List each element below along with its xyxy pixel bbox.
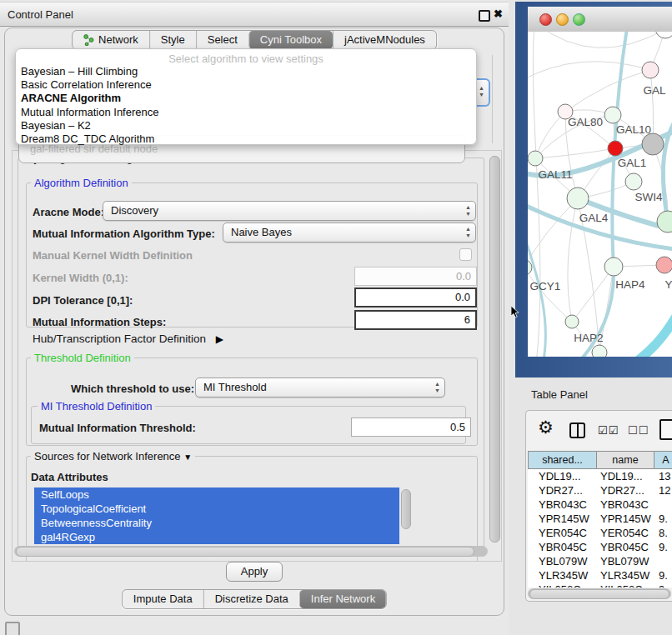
dock-panel-icon[interactable] [5,622,20,635]
column-header[interactable]: shared... [528,451,597,469]
node-label: Y [664,278,672,291]
table-cell: YBR045C [528,540,595,554]
settings-vertical-scrollbar[interactable] [489,156,500,542]
attribute-list-item[interactable]: TopologicalCoefficient [34,502,399,516]
tab-jactivemnodules[interactable]: jActiveMNodules [333,31,436,49]
network-node[interactable] [642,133,664,155]
control-panel: Control Panel ✖ NetworkStyleSelectCyni T… [0,0,509,635]
table-row[interactable]: YIL052CYIL052C9 [528,582,672,588]
network-canvas[interactable]: GALGAL80GAL10GAL1GAL11SWI4GAL4GCY1HAP4YH… [528,32,672,357]
dropdown-item[interactable]: Basic Correlation Inference [16,78,476,92]
mi-steps-field[interactable]: 6 [354,310,477,330]
file-icon[interactable] [659,419,672,440]
table-cell: 12 [652,483,672,498]
kernel-width-label: Kernel Width (0,1): [33,272,128,284]
network-node-swi4[interactable] [625,173,642,190]
table-cell: YBR045C [595,540,652,554]
table-cell: YER054C [528,526,595,540]
network-node-y[interactable] [656,257,672,273]
algorithm-dropdown-popup: Select algorithm to view settings Bayesi… [15,48,477,145]
node-label: GAL [643,84,666,97]
table-row[interactable]: YLR345WYLR345W9. [528,568,672,582]
tab-discretize-data[interactable]: Discretize Data [203,590,299,608]
table-cell: YBR043C [595,498,652,512]
algorithm-combo-stepper[interactable]: ▲▼ [476,78,490,107]
network-node[interactable] [657,211,672,232]
table-row[interactable]: YDR27...YDR27...12 [528,483,672,498]
attribute-list-item[interactable]: BetweennessCentrality [34,516,399,530]
dropdown-item[interactable]: Mutual Information Inference [16,106,476,119]
manual-kernel-checkbox[interactable] [459,248,472,261]
network-node-gal10[interactable] [604,107,621,123]
split-columns-icon[interactable] [569,422,585,438]
network-node[interactable] [592,345,607,357]
table-row[interactable]: YER054CYER054C8. [528,526,672,540]
close-icon[interactable]: ✖ [494,8,503,20]
mac-zoom-button[interactable] [573,13,585,26]
which-threshold-combobox[interactable]: MI Threshold ▲▼ [195,378,445,398]
table-panel-title: Table Panel [531,388,588,401]
column-header[interactable]: name [597,451,654,469]
dpi-tolerance-label: DPI Tolerance [0,1]: [33,294,133,307]
table-cell: YIL052C [528,582,595,588]
tab-impute-data[interactable]: Impute Data [123,590,203,608]
tab-cyni-toolbox[interactable]: Cyni Toolbox [248,31,333,49]
gear-icon[interactable]: ⚙ [538,418,554,438]
hub-definition-expander[interactable]: Hub/Transcription Factor Definition ▶ [33,332,223,345]
dropdown-item[interactable]: Dream8 DC_TDC Algorithm [16,132,476,146]
mac-minimize-button[interactable] [556,13,569,26]
dropdown-item[interactable]: Bayesian – K2 [16,119,476,132]
kernel-width-field[interactable]: 0.0 [354,267,477,286]
float-window-icon[interactable] [479,10,490,22]
network-node[interactable] [655,32,672,38]
control-panel-titlebar: Control Panel ✖ [0,2,509,27]
tab-label: jActiveMNodules [344,31,425,49]
table-cell: YBR043C [528,498,595,512]
network-node-gcy1[interactable] [528,260,532,275]
settings-horizontal-scrollbar[interactable] [16,547,474,557]
table-cell: 13 [652,469,672,483]
aracne-mode-label: Aracne Mode: [33,206,104,218]
network-node-gal11[interactable] [528,151,543,166]
network-window-titlebar[interactable] [528,7,672,32]
table-horizontal-scrollbar[interactable] [529,589,669,599]
table-row[interactable]: YBR045CYBR045C9. [528,540,672,554]
stepper-arrows-icon: ▲▼ [434,381,440,394]
node-label: HAP4 [615,278,645,291]
dpi-tolerance-field[interactable]: 0.0 [354,288,477,308]
network-node-gal1[interactable] [608,141,623,156]
tab-infer-network[interactable]: Infer Network [299,590,386,608]
table-row[interactable]: YBL079WYBL079W [528,554,672,568]
attribute-list-item[interactable]: gal4RGexp [34,530,399,544]
manual-kernel-label: Manual Kernel Width Definition [33,249,193,262]
mi-threshold-field[interactable]: 0.5 [351,418,471,437]
threshold-definition-title: Threshold Definition [31,352,134,364]
hide-columns-unchecked-icon[interactable]: ☐☐ [628,424,649,437]
attribute-list-item[interactable]: SelfLoops [34,488,399,502]
show-columns-checked-icon[interactable]: ☑☑ [598,424,619,437]
mi-threshold-label: Mutual Information Threshold: [39,422,196,434]
list-scrollbar[interactable] [401,489,411,529]
algorithm-definition-title: Algorithm Definition [31,177,132,189]
top-tabbar: NetworkStyleSelectCyni ToolboxjActiveMNo… [72,30,437,50]
network-node-gal[interactable] [642,62,659,78]
table-row[interactable]: YDL19...YDL19...13 [528,469,672,483]
dropdown-item[interactable]: Bayesian – Hill Climbing [16,65,476,78]
sources-group-expander[interactable]: Sources for Network Inference ▼ [31,450,195,462]
table-row[interactable]: YBR043CYBR043C [528,498,672,512]
column-header[interactable]: A [654,451,672,469]
tab-network[interactable]: Network [73,31,149,49]
network-node-hap4[interactable] [604,258,623,276]
dropdown-item[interactable]: ARACNE Algorithm [16,92,476,105]
aracne-mode-combobox[interactable]: Discovery ▲▼ [103,201,476,221]
table-cell: 9. [652,540,672,554]
tab-select[interactable]: Select [196,31,248,49]
network-node-gal4[interactable] [567,188,589,209]
mac-close-button[interactable] [539,13,552,26]
table-cell: YDL19... [595,469,652,483]
network-node-hap2[interactable] [565,315,579,328]
apply-button[interactable]: Apply [226,562,283,582]
tab-style[interactable]: Style [149,31,196,49]
table-row[interactable]: YPR145WYPR145W9. [528,512,672,526]
mi-type-combobox[interactable]: Naive Bayes ▲▼ [223,222,476,242]
